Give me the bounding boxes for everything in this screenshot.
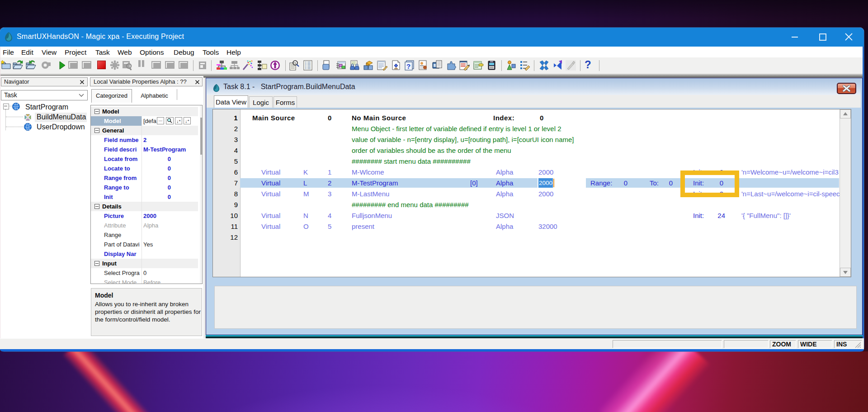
- svg-text:?: ?: [406, 62, 410, 70]
